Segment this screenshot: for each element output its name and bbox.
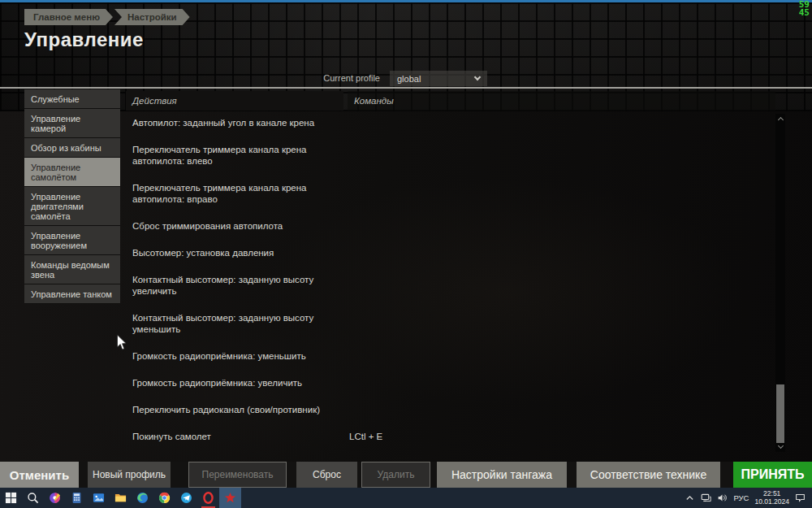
calculator-icon[interactable] — [66, 488, 88, 508]
action-cell: Сброс триммирования автопилота — [132, 220, 349, 232]
bindings-list: Автопилот: заданный угол в канале кренаП… — [126, 111, 771, 458]
search-icon[interactable] — [22, 488, 44, 508]
tray-language[interactable]: РУС — [733, 493, 749, 502]
notification-center-icon[interactable] — [795, 493, 806, 503]
action-cell: Переключить радиоканал (свои/противник) — [132, 404, 349, 415]
sidebar-item-7[interactable]: Управление танком — [24, 284, 120, 304]
rename-button: Переименовать — [188, 462, 287, 488]
table-row[interactable]: Переключатель триммера канала крена авто… — [126, 182, 771, 205]
action-cell: Громкость радиоприёмника: увеличить — [132, 377, 349, 389]
network-icon[interactable] — [701, 493, 711, 503]
windows-start-icon[interactable] — [0, 488, 22, 508]
chevron-up-icon — [777, 117, 783, 123]
cancel-button[interactable]: Отменить — [0, 462, 79, 488]
war-thunder-icon[interactable] — [219, 488, 241, 508]
tray-expand-chevron-up-icon[interactable] — [685, 493, 695, 503]
vehicle-match-button[interactable]: Соответствие технике — [577, 462, 720, 488]
telegram-icon[interactable] — [175, 488, 197, 508]
scroll-up-button[interactable] — [775, 114, 785, 124]
action-cell: Автопилот: заданный угол в канале крена — [132, 117, 349, 128]
chevron-down-icon — [777, 443, 783, 449]
tray-date: 10.01.2024 — [754, 498, 789, 506]
header-divider — [0, 87, 812, 89]
fps-counter: 59 45 — [799, 1, 810, 17]
game-window: 59 45 Главное меню Настройки Управление … — [0, 0, 812, 508]
table-row[interactable]: Громкость радиоприёмника: увеличить — [126, 377, 771, 389]
paint-icon[interactable] — [44, 488, 66, 508]
sidebar-item-4[interactable]: Управление двигателями самолёта — [24, 187, 120, 226]
edge-icon[interactable] — [132, 488, 153, 508]
table-row[interactable]: Контактный высотомер: заданную высоту ув… — [126, 274, 771, 297]
delete-button: Удалить — [361, 462, 430, 488]
table-row[interactable]: Переключить радиоканал (свои/противник) — [126, 404, 771, 415]
table-row[interactable]: Высотомер: установка давления — [126, 247, 771, 258]
opera-icon[interactable] — [197, 488, 219, 508]
breadcrumb-settings[interactable]: Настройки — [114, 9, 190, 25]
new-profile-button[interactable]: Новый профиль — [88, 462, 171, 488]
current-profile-label: Current profile — [304, 73, 380, 83]
chevron-down-icon — [474, 74, 481, 80]
tray-clock[interactable]: 22:51 10.01.2024 — [754, 490, 789, 506]
action-cell: Контактный высотомер: заданную высоту ум… — [132, 312, 349, 335]
sidebar-item-5[interactable]: Управление вооружением — [24, 226, 120, 255]
profile-dropdown[interactable]: global — [390, 71, 487, 86]
breadcrumb: Главное меню Настройки — [24, 9, 190, 25]
table-row[interactable]: Покинуть самолетLCtl + E — [126, 431, 771, 442]
scrollbar[interactable] — [775, 114, 785, 452]
table-row[interactable]: Громкость радиоприёмника: уменьшить — [126, 350, 771, 362]
scroll-down-button[interactable] — [775, 442, 785, 452]
page-title: Управление — [24, 28, 144, 51]
sidebar-item-0[interactable]: Служебные — [24, 89, 120, 109]
photos-icon[interactable] — [88, 488, 110, 508]
system-tray: РУС 22:51 10.01.2024 — [685, 488, 812, 508]
file-explorer-icon[interactable] — [110, 488, 132, 508]
table-row[interactable]: Контактный высотомер: заданную высоту ум… — [126, 312, 771, 335]
action-cell: Переключатель триммера канала крена авто… — [132, 144, 349, 167]
action-cell: Переключатель триммера канала крена авто… — [132, 182, 349, 205]
sidebar-item-3[interactable]: Управление самолётом — [24, 158, 120, 187]
accept-button[interactable]: ПРИНЯТЬ — [733, 462, 812, 488]
footer-button-bar: ОтменитьНовый профильПереименоватьСбросУ… — [0, 462, 812, 488]
table-row[interactable]: Автопилот: заданный угол в канале крена — [126, 117, 771, 128]
table-row[interactable]: Переключатель триммера канала крена авто… — [126, 144, 771, 167]
command-cell: LCtl + E — [349, 431, 771, 442]
sidebar-item-1[interactable]: Управление камерой — [24, 109, 120, 138]
volume-icon[interactable] — [717, 493, 728, 503]
sidebar-item-2[interactable]: Обзор из кабины — [24, 138, 120, 158]
profile-dropdown-value: global — [397, 74, 421, 84]
breadcrumb-main-menu[interactable]: Главное меню — [24, 9, 113, 25]
column-header-commands: Команды — [348, 91, 775, 111]
column-header-actions: Действия — [126, 91, 343, 111]
fps-value-2: 45 — [799, 9, 810, 17]
taskbar: РУС 22:51 10.01.2024 — [0, 488, 812, 508]
action-cell: Громкость радиоприёмника: уменьшить — [132, 350, 349, 362]
action-cell: Контактный высотомер: заданную высоту ув… — [132, 274, 349, 297]
reset-button[interactable]: Сброс — [296, 462, 357, 488]
sidebar: СлужебныеУправление камеройОбзор из каби… — [24, 89, 120, 304]
scrollbar-thumb[interactable] — [776, 384, 784, 443]
chrome-icon[interactable] — [153, 488, 175, 508]
table-row[interactable]: Сброс триммирования автопилота — [126, 220, 771, 232]
table-header: Действия Команды — [126, 91, 775, 111]
sidebar-item-6[interactable]: Команды ведомым звена — [24, 255, 120, 284]
action-cell: Покинуть самолет — [132, 431, 349, 442]
taskbar-icons — [0, 488, 241, 508]
action-cell: Высотомер: установка давления — [132, 247, 349, 258]
pitch-settings-button[interactable]: Настройки тангажа — [437, 462, 567, 488]
